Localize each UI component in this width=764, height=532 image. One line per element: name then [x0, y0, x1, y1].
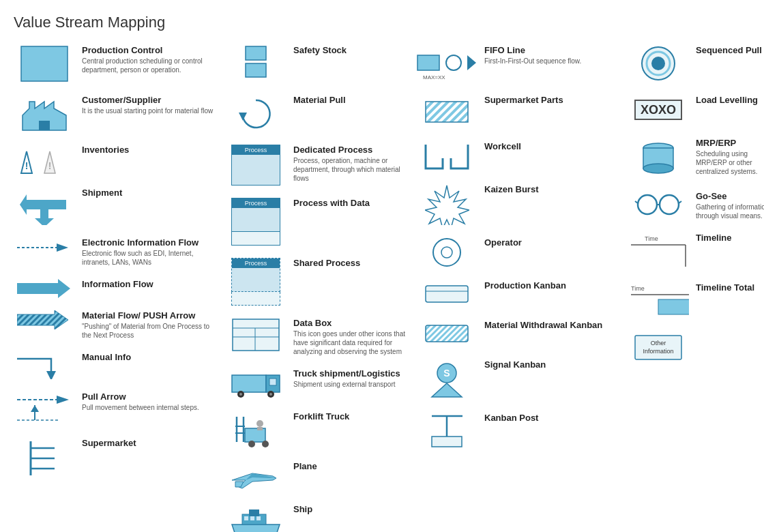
- load-levelling-title: Load Levelling: [696, 95, 764, 105]
- item-operator: Operator: [416, 237, 628, 268]
- fifo-line-icon-area: MAX=XX: [416, 45, 478, 83]
- truck-desc: Shipment using external transport: [293, 380, 409, 389]
- manual-info-icon-area: [14, 352, 75, 379]
- svg-point-45: [262, 441, 269, 447]
- svg-text:!: !: [25, 160, 29, 171]
- kaizen-burst-icon: [425, 184, 469, 225]
- column-3: MAX=XX FIFO Line First-In-First-Out sequ…: [416, 45, 628, 532]
- item-inventories: ! ! Inventories: [14, 145, 225, 175]
- main-grid: Production Control Central production sc…: [14, 45, 750, 532]
- svg-rect-59: [426, 102, 468, 122]
- workcell-title: Workcell: [484, 141, 621, 151]
- material-flow-text: Material Flow/ PUSH Arrow "Pushing" of M…: [82, 310, 218, 340]
- svg-marker-60: [425, 186, 469, 225]
- safety-stock-icon-area: [225, 45, 286, 83]
- fifo-line-text: FIFO Line First-In-First-Out sequence fl…: [484, 45, 621, 65]
- production-kanban-title: Production Kanban: [484, 280, 621, 291]
- inventories-icon-area: ! !: [14, 145, 75, 175]
- sequenced-pull-icon-area: [628, 45, 689, 83]
- svg-marker-10: [57, 243, 68, 252]
- material-withdrawal-text: Material Withdrawal Kanban: [484, 320, 621, 331]
- production-kanban-icon: [422, 280, 471, 308]
- customer-supplier-desc: It is the usual starting point for mater…: [82, 106, 218, 115]
- mrp-erp-desc: Scheduling using MRP/ERP or other centra…: [696, 149, 764, 176]
- svg-marker-55: [467, 55, 476, 70]
- process-with-data-lower: [231, 232, 280, 246]
- truck-text: Truck shipment/Logistics Shipment using …: [293, 368, 409, 389]
- ship-icon: [229, 504, 283, 532]
- operator-text: Operator: [484, 237, 621, 249]
- svg-rect-47: [257, 427, 263, 430]
- data-box-icon: [231, 318, 280, 352]
- supermarket-text: Supermarket: [82, 438, 218, 449]
- svg-text:MAX=XX: MAX=XX: [423, 74, 445, 80]
- kanban-post-icon-area: [416, 413, 478, 450]
- forklift-icon-area: [225, 411, 286, 449]
- material-pull-text: Material Pull: [293, 95, 409, 106]
- pull-arrow-title: Pull Arrow: [82, 391, 218, 402]
- go-see-text: Go-See Gathering of information through …: [696, 191, 764, 220]
- supermarket-icon: [27, 438, 61, 479]
- item-load-levelling: XOXO Load Levelling: [628, 95, 764, 125]
- svg-point-36: [239, 393, 242, 396]
- column-2: Safety Stock Material Pull Process: [225, 45, 416, 532]
- item-material-flow: Material Flow/ PUSH Arrow "Pushing" of M…: [14, 310, 225, 340]
- dedicated-process-box: Process: [231, 145, 280, 186]
- item-kanban-post: Kanban Post: [416, 413, 628, 450]
- customer-supplier-icon: [20, 95, 69, 132]
- electronic-info-title: Electronic Information Flow: [82, 237, 218, 248]
- svg-rect-72: [432, 437, 462, 447]
- timeline-total-icon-area: Time: [628, 282, 689, 320]
- production-kanban-icon-area: [416, 280, 478, 308]
- process-with-data-title: Process with Data: [293, 198, 409, 208]
- process-with-data-body: [232, 208, 280, 231]
- signal-kanban-text: Signal Kanban: [484, 359, 621, 371]
- kanban-post-title: Kanban Post: [484, 413, 621, 423]
- material-withdrawal-icon: [422, 320, 471, 347]
- data-box-title: Data Box: [293, 318, 409, 328]
- material-flow-icon: [17, 310, 72, 329]
- shared-process-lower: [231, 292, 280, 306]
- supermarket-parts-icon-area: [416, 95, 478, 129]
- mrp-erp-title: MRP/ERP: [696, 138, 764, 148]
- electronic-info-text: Electronic Information Flow Electronic f…: [82, 237, 218, 267]
- svg-point-61: [433, 239, 460, 266]
- kaizen-burst-title: Kaizen Burst: [484, 184, 621, 194]
- item-electronic-info: Electronic Information Flow Electronic f…: [14, 237, 225, 267]
- svg-rect-2: [39, 121, 50, 130]
- signal-kanban-title: Signal Kanban: [484, 359, 621, 370]
- item-pull-arrow: Pull Arrow Pull movement between interna…: [14, 391, 225, 426]
- item-other-information: Other Information: [628, 332, 764, 363]
- supermarket-parts-title: Supermarket Parts: [484, 95, 621, 105]
- customer-supplier-text: Customer/Supplier It is the usual starti…: [82, 95, 218, 115]
- column-1: Production Control Central production sc…: [14, 45, 225, 532]
- item-shared-process: Process Shared Process: [225, 258, 416, 306]
- sequenced-pull-icon: [640, 45, 677, 83]
- shared-process-icon-area: Process: [225, 258, 286, 306]
- process-with-data-icon-area: Process: [225, 198, 286, 246]
- other-information-icon-area: Other Information: [628, 332, 689, 363]
- kanban-post-text: Kanban Post: [484, 413, 621, 424]
- item-production-control: Production Control Central production sc…: [14, 45, 225, 83]
- mrp-erp-icon-area: [628, 138, 689, 179]
- item-safety-stock: Safety Stock: [225, 45, 416, 83]
- manual-info-icon: [17, 352, 72, 379]
- material-flow-icon-area: [14, 310, 75, 329]
- sequenced-pull-text: Sequenced Pull: [696, 45, 764, 57]
- pull-arrow-text: Pull Arrow Pull movement between interna…: [82, 391, 218, 412]
- process-with-data-label: Process: [232, 198, 280, 208]
- material-pull-icon-area: [225, 95, 286, 132]
- item-mrp-erp: MRP/ERP Scheduling using MRP/ERP or othe…: [628, 138, 764, 179]
- customer-supplier-icon-area: [14, 95, 75, 132]
- safety-stock-title: Safety Stock: [293, 45, 409, 55]
- load-levelling-icon: XOXO: [634, 95, 683, 125]
- timeline-icon: Time: [628, 233, 689, 270]
- svg-marker-27: [239, 113, 247, 121]
- item-signal-kanban: S Signal Kanban: [416, 359, 628, 400]
- svg-rect-25: [246, 46, 266, 60]
- timeline-total-text: Timeline Total: [696, 282, 764, 294]
- dedicated-process-body: [232, 155, 280, 185]
- page-title: Value Stream Mapping: [14, 14, 750, 31]
- fifo-line-desc: First-In-First-Out sequence flow.: [484, 57, 621, 65]
- safety-stock-icon: [239, 45, 273, 83]
